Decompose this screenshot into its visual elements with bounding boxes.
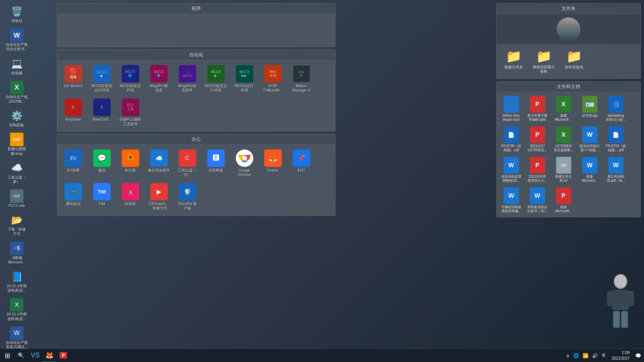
- app-xrk[interactable]: 🌻 向日葵: [118, 148, 143, 178]
- doc-word-ai[interactable]: W 曹文AI训练营.pdf - 快...: [604, 156, 628, 184]
- doc-pptx-new3[interactable]: P 新建Microsoft...: [552, 186, 575, 214]
- mcgs-state-label: MCGS组态运行环境: [205, 84, 227, 93]
- app-plctool[interactable]: PLC工具 信捷PLC编程工具软件: [118, 97, 143, 127]
- pptx-study-label: 青少年要不要学编程.pptx: [527, 114, 547, 122]
- app-motion[interactable]: ≡≡≡ /// MotionManager 6: [289, 64, 314, 94]
- cloud-label: 工程云盘（新）: [8, 175, 26, 184]
- app-wechat[interactable]: 💬 微信: [89, 148, 114, 178]
- doc-pdf-fr700-2[interactable]: 📄 FR-E700（基础篇）.pdf: [604, 125, 628, 153]
- desktop-icon-control[interactable]: ⚙️ 控制面板: [3, 108, 30, 129]
- doc-labuladong[interactable]: 📘 labuladong的算法小妙...: [604, 95, 628, 123]
- pptx-2021-icon: P: [530, 157, 545, 174]
- doc-pdf-fr700[interactable]: 📄 FR-E700（应用篇）.pdf: [499, 125, 523, 153]
- xrk-label: 向日葵: [125, 168, 136, 173]
- app-mcgse-conf[interactable]: MCCS 🔵 MCGSE组态环境: [118, 64, 143, 94]
- app-wyyun[interactable]: ☁️ 微云同步助手: [146, 148, 171, 178]
- folder-training[interactable]: 📁 师资培训预习资料: [530, 48, 557, 75]
- doc-mp3[interactable]: 🎵 before timebegan.mp3: [499, 95, 523, 123]
- app-dingding[interactable]: 📌 钉钉: [289, 148, 314, 178]
- app-sslvpn[interactable]: 🛡️ SSLVPN 客户端: [175, 182, 200, 212]
- auto-install-icon: W: [10, 326, 23, 340]
- desktop-icon-excel-auto[interactable]: X 自动化生产线(2019级...: [3, 79, 30, 105]
- app-gcyp[interactable]: C 工程云盘（旧）: [175, 148, 200, 178]
- desktop-icon-bmp[interactable]: BMP 新建位图图像.bmp: [3, 131, 30, 157]
- taskbar-vscode[interactable]: VS: [29, 349, 42, 362]
- app-kingview[interactable]: K KingView: [61, 97, 86, 127]
- doc-txt-new[interactable]: txt 新建文本文档.txt: [552, 156, 575, 184]
- app-gx-works[interactable]: 🔴GX GX Works2: [61, 64, 86, 94]
- clock-time: 1:09: [612, 350, 630, 356]
- app-baidu[interactable]: 🅱 百度网盘: [203, 148, 228, 178]
- sslvpn-label: SSLVPN 客户端: [178, 202, 197, 210]
- app-chrome[interactable]: GoogleChrome: [232, 148, 257, 178]
- automation-section: 自动化 🔴GX GX Works2 MCGS ▶ MCGSE模拟运行环境: [57, 50, 335, 131]
- doc-integrate[interactable]: W 系统集成综合任务书（20...: [526, 186, 549, 214]
- labuladong-icon: 📘: [608, 96, 624, 113]
- integrate-icon: W: [530, 187, 545, 204]
- doc-pptx-20210127[interactable]: P 20210127U2729变压...: [526, 125, 549, 153]
- taskbar-firefox[interactable]: 🦊: [43, 349, 56, 362]
- app-mcgs-state[interactable]: MCCS ▶ MCGS组态运行环境: [203, 64, 228, 94]
- programs-section: 程序: [57, 3, 335, 47]
- desktop-icon-plc[interactable]: XDP PLC1.xdp: [3, 188, 30, 209]
- desktop-icons-area: 🗑️ 回收站 W 自动化生产线综合任务书... 💻 此电脑 X 自动化生产线(2…: [0, 0, 50, 354]
- app-kuaijian[interactable]: ✂️ 快剪辑: [118, 182, 143, 212]
- tencent-icon: 📹: [65, 183, 82, 200]
- control-label: 控制面板: [9, 123, 24, 127]
- app-xnet[interactable]: X XNetConf...: [89, 97, 114, 127]
- desktop-icon-minas[interactable]: 📘 20-21-2学期 进程表(还...: [3, 268, 30, 294]
- app-mcgse-run[interactable]: MCGS ▶ MCGSE模拟运行环境: [89, 64, 114, 94]
- doc-xlsx-u2729[interactable]: X U2729系列变压器参数...: [552, 125, 575, 153]
- app-mcgs-run[interactable]: MCCS ▶▶ MCGS运行环境: [232, 64, 257, 94]
- doc-word-monitor[interactable]: W 信息系统监理师教程(清...: [499, 156, 523, 184]
- app-mcgspro-state[interactable]: 🐾 MCCS McgsPro组态软件: [175, 64, 200, 94]
- app-tim[interactable]: TIM TIM: [89, 182, 114, 212]
- app-crtube[interactable]: ▶ CRTubeG...- 快捷方式: [146, 182, 171, 212]
- desktop-icon-auto-install[interactable]: W 自动化生产线安装与调试...: [3, 325, 30, 351]
- taskbar-tray: ∧ 🌐 📶 🔊 英 1:09 2021/5/27 🗨️: [563, 350, 644, 361]
- notification-button[interactable]: 🗨️: [634, 352, 642, 359]
- doc-jpg[interactable]: 🪪 证件照.jpg: [578, 95, 601, 123]
- avatar: [557, 17, 580, 41]
- folder-software[interactable]: 📁 软件安装包: [560, 48, 587, 75]
- tray-wifi[interactable]: 📶: [581, 352, 590, 359]
- pc-icon: 💻: [10, 57, 23, 70]
- tray-network[interactable]: 🌐: [572, 352, 580, 359]
- desktop-icon-cloud[interactable]: ☁️ 工程云盘（新）: [3, 160, 30, 185]
- desktop-icon-newms[interactable]: ~$ ~$新建Microsof...: [3, 240, 30, 266]
- tim-icon: TIM: [93, 183, 111, 200]
- doc-word-new2[interactable]: W 新建Microsof...: [578, 156, 601, 184]
- folder-new[interactable]: 📁 新建文件夹: [500, 48, 527, 75]
- app-firefox[interactable]: 🦊 Firefox: [260, 148, 285, 178]
- taskbar-ppt[interactable]: P: [57, 349, 70, 362]
- tray-volume[interactable]: 🔊: [591, 352, 599, 359]
- desktop-icon-word[interactable]: W 自动化生产线综合任务书...: [3, 27, 30, 53]
- folder-content: 📁 新建文件夹 📁 师资培训预习资料 📁 软件安装包: [497, 44, 640, 78]
- crtube-icon: ▶: [150, 183, 168, 200]
- word-monitor-label: 信息系统监理师教程(清...: [501, 175, 521, 183]
- app-mcgspro-sim[interactable]: MCCS 🔷 McgsPro模拟器: [146, 64, 171, 94]
- doc-pptx-study[interactable]: P 青少年要不要学编程.pptx: [526, 95, 549, 123]
- start-button[interactable]: ⊞: [0, 349, 15, 362]
- crtube-label: CRTubeG...- 快捷方式: [149, 202, 168, 210]
- chrome-label: GoogleChrome: [238, 168, 251, 177]
- search-button[interactable]: 🔍: [15, 349, 27, 362]
- language-button[interactable]: 英: [600, 352, 607, 359]
- app-step[interactable]: HH:I H:HI STEP7-MicroWi...: [260, 64, 285, 94]
- app-tencent[interactable]: 📹 腾讯会议: [61, 182, 86, 212]
- desktop-icon-schedule[interactable]: X 20-21-2学期进程表(还...: [3, 297, 30, 322]
- pptx-new3-icon: P: [556, 187, 571, 204]
- plc-icon: XDP: [10, 189, 23, 203]
- mcgs-state-icon: MCCS ▶: [207, 65, 225, 82]
- doc-word-func[interactable]: W 喷光仪升级方案+-+功能...: [578, 125, 601, 153]
- doc-excel-new[interactable]: X 新建Microsoft ...: [552, 95, 575, 123]
- desktop-icon-pc[interactable]: 💻 此电脑: [3, 56, 30, 77]
- dingding-label: 钉钉: [298, 168, 305, 173]
- desktop-icon-download[interactable]: 📂 下载 - 快速方式: [3, 212, 30, 237]
- svg-rect-4: [612, 290, 629, 310]
- doc-plc-ctrl[interactable]: W 可编程控制器系统应用编...: [499, 186, 523, 214]
- app-ev[interactable]: EV EV录屏: [61, 148, 86, 178]
- tray-chevron[interactable]: ∧: [565, 352, 571, 359]
- desktop-icon-recycle[interactable]: 🗑️ 回收站: [3, 3, 30, 24]
- doc-pptx-2021[interactable]: P 2021常州市程序设计小...: [526, 156, 549, 184]
